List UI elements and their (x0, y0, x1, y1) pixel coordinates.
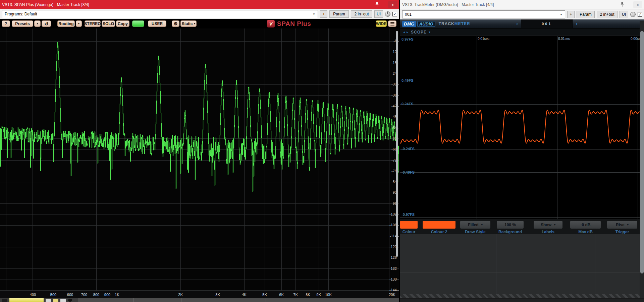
dmg-brand-logo: DMG (402, 21, 416, 27)
gear-icon[interactable]: ⚙ (172, 20, 179, 27)
trigger-dropdown[interactable]: Rise ▾ (607, 221, 637, 229)
help-button[interactable]: ? (2, 20, 10, 27)
trackmeter-titlebar[interactable]: VST3: TrackMeter (DMGAudio) - Master Tra… (400, 0, 644, 9)
close-icon[interactable]: x (388, 1, 397, 8)
wet-knob-icon[interactable] (385, 11, 390, 17)
spectrum-display: -6-12-18-24-30-36-42-48-54-60-66-72-78-8… (0, 28, 399, 291)
background-control: 100 % Background (497, 221, 524, 234)
freq-axis-label: 3K (215, 293, 220, 297)
prev-program-icon[interactable]: ‹ (516, 21, 518, 26)
freq-axis-label: 8K (306, 293, 310, 297)
program-navigator: ‹ 001 › (516, 19, 578, 28)
panel-bottom-row (400, 299, 644, 302)
scope-controls-row: Colour Colour 2 Filled ▾ Draw Style 100 … (400, 219, 644, 234)
max-db-button[interactable]: -0 dB (570, 221, 601, 229)
colour-swatch[interactable] (400, 221, 418, 229)
span-window-title: VST3: SPAN Plus (Voxengo) - Master Track… (2, 2, 89, 7)
panel-divider (595, 234, 595, 294)
scope-tab-caret-icon: ▾ (429, 30, 430, 34)
span-host-row: Programs: Default ▼ + Param 2 in+out UI … (0, 9, 399, 19)
db-scale-label: -108 (389, 223, 397, 227)
static-mode-button[interactable]: Static ▾ (180, 20, 197, 27)
fs-scale-label: 0.49FS (401, 78, 413, 82)
freq-axis-label: 5K (262, 293, 267, 297)
chevron-down-icon: ▼ (560, 13, 562, 16)
fs-scale-label: -0.24FS (401, 147, 415, 151)
presets-caret-icon[interactable]: ▼ (34, 20, 41, 27)
span-toolbar: ? Presets ▼ ↺ Routing ▼ STEREO SOLO Copy… (0, 19, 399, 28)
background-button[interactable]: 100 % (497, 221, 524, 229)
freq-axis-label: 1K (115, 293, 119, 297)
panel-divider (400, 272, 644, 273)
product-name: TRACKMETER (439, 21, 470, 26)
user-mode-button[interactable]: USER (148, 20, 166, 27)
strip-square (46, 299, 51, 302)
draw-style-dropdown[interactable]: Filled ▾ (460, 221, 490, 229)
dmg-header-bar: DMG AUDIO TRACKMETER ‹ 001 › (400, 19, 644, 28)
trackmeter-window: VST3: TrackMeter (DMGAudio) - Master Tra… (400, 0, 644, 302)
io-config-button[interactable]: 2 in+out (351, 10, 372, 18)
param-button[interactable]: Param (329, 10, 349, 18)
db-scale-label: -138 (389, 277, 397, 281)
undo-icon[interactable]: ↺ (42, 20, 51, 27)
background-app-strip (0, 298, 399, 302)
io-config-button[interactable]: 2 in+out (597, 11, 618, 18)
audio-brand-logo: AUDIO (417, 21, 435, 27)
empty-meter-panel (400, 234, 644, 302)
labels-control: Show ▾ Labels (534, 221, 562, 234)
fs-scale-label: -0.49FS (401, 170, 415, 174)
draw-style-label: Draw Style (460, 230, 490, 234)
max-db-control: -0 dB Max dB (570, 221, 601, 234)
program-number-display[interactable]: 001 (521, 19, 573, 28)
fs-scale-label: 0.24FS (401, 102, 413, 106)
db-scale-label: -120 (389, 245, 397, 249)
freq-axis-label: 2K (178, 293, 182, 297)
chevron-down-icon: ▾ (481, 223, 483, 226)
scope-tab[interactable]: ◂ ▸ SCOPE ▾ (400, 28, 644, 36)
copy-button[interactable]: Copy (116, 20, 129, 27)
trackmeter-scrollbar-thumb[interactable] (640, 31, 644, 274)
next-program-icon[interactable]: › (576, 21, 577, 26)
voxengo-logo-icon: V (267, 20, 275, 27)
freq-axis-label: 700 (81, 293, 87, 297)
presets-button[interactable]: Presets (12, 20, 33, 27)
routing-button[interactable]: Routing (57, 20, 75, 27)
screen: VST3: SPAN Plus (Voxengo) - Master Track… (0, 0, 644, 302)
tab-left-icon[interactable]: ◂ (403, 30, 406, 34)
freq-axis-label: 20K (389, 293, 395, 297)
ui-button[interactable]: UI (374, 10, 383, 18)
program-combobox-value: 001 (405, 12, 412, 17)
enable-checkbox[interactable]: ✓ (638, 12, 642, 17)
colour2-swatch[interactable] (423, 221, 455, 229)
param-button[interactable]: Param (577, 11, 595, 18)
stereo-button[interactable]: STEREO (85, 20, 101, 27)
tab-right-icon[interactable]: ▸ (407, 30, 409, 34)
program-combobox[interactable]: 001 ▼ (402, 10, 565, 18)
pin-icon[interactable] (375, 2, 379, 7)
background-label: Background (497, 230, 524, 234)
span-titlebar[interactable]: VST3: SPAN Plus (Voxengo) - Master Track… (0, 0, 399, 9)
add-program-button[interactable]: + (567, 11, 575, 18)
static-mode-label: Static (182, 21, 193, 26)
enable-checkbox[interactable]: ✓ (392, 12, 397, 16)
menu-icon[interactable] (388, 20, 396, 27)
routing-caret-icon[interactable]: ▼ (76, 20, 82, 27)
ui-button[interactable]: UI (620, 11, 628, 18)
trigger-label: Trigger (607, 230, 637, 234)
db-scale-label: -132 (389, 266, 397, 270)
fs-scale-label: -0.97FS (401, 213, 415, 217)
close-icon[interactable]: x (633, 1, 642, 8)
color-indicator-button[interactable] (132, 20, 144, 27)
add-program-button[interactable]: + (320, 10, 327, 18)
solo-button[interactable]: SOLO (102, 20, 115, 27)
programs-combobox[interactable]: Programs: Default ▼ (2, 10, 318, 18)
freq-axis-label: 10K (325, 293, 332, 297)
freq-axis-label: 900 (104, 293, 110, 297)
strip-square (60, 299, 66, 302)
wide-button[interactable]: WIDE (376, 20, 387, 27)
labels-dropdown[interactable]: Show ▾ (534, 221, 562, 229)
freq-axis-label: 500 (50, 293, 56, 297)
pin-icon[interactable] (620, 2, 625, 7)
wet-knob-icon[interactable] (630, 12, 636, 17)
span-scrollbar-thumb[interactable] (396, 31, 398, 257)
